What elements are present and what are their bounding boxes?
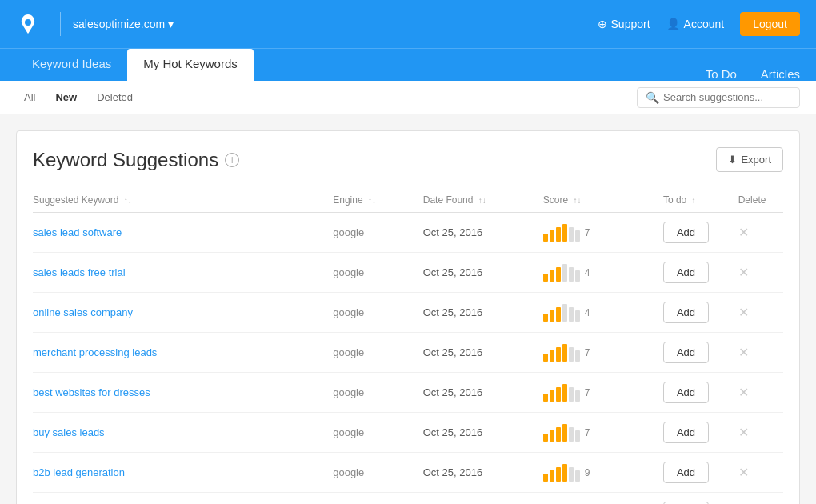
info-icon[interactable]: i: [225, 153, 239, 167]
score-bars: [543, 264, 580, 282]
col-header-delete: Delete: [738, 188, 783, 213]
keywords-table: Suggested Keyword ↑↓ Engine ↑↓ Date Foun…: [33, 188, 783, 504]
site-selector[interactable]: salesoptimize.com ▾: [73, 18, 174, 30]
keyword-cell: b2b lead generation: [33, 453, 333, 493]
add-button[interactable]: Add: [663, 302, 709, 323]
sub-nav: All New Deleted 🔍: [0, 81, 816, 114]
table-row: buy sales leads google Oct 25, 2016 7 Ad…: [33, 413, 783, 453]
delete-cell: ✕: [738, 253, 783, 293]
score-bar: [550, 230, 554, 242]
score-bar: [543, 314, 548, 322]
score-number: 7: [585, 427, 590, 438]
score-bar: [569, 267, 574, 282]
sort-icon-date[interactable]: ↑↓: [478, 196, 486, 205]
date-cell: Oct 25, 2016: [423, 493, 543, 505]
keyword-link[interactable]: sales lead software: [33, 226, 122, 238]
account-label: Account: [684, 18, 725, 30]
add-button[interactable]: Add: [663, 262, 709, 283]
nav-articles[interactable]: Articles: [761, 67, 800, 81]
score-cell: 9: [543, 453, 663, 493]
delete-icon[interactable]: ✕: [738, 226, 749, 239]
score-bar: [569, 387, 574, 402]
score-bars: [543, 424, 580, 442]
keyword-link[interactable]: sales leads free trial: [33, 266, 126, 278]
score-bar: [543, 394, 548, 402]
site-name: salesoptimize.com: [73, 18, 165, 30]
support-link[interactable]: ⊕ Support: [598, 18, 650, 30]
score-bar: [575, 470, 580, 482]
keyword-link[interactable]: online sales company: [33, 306, 133, 318]
score-bars: [543, 384, 580, 402]
logo[interactable]: [16, 12, 40, 36]
sub-nav-all[interactable]: All: [16, 83, 43, 111]
add-button[interactable]: Add: [663, 422, 709, 443]
engine-value: google: [333, 266, 364, 278]
account-link[interactable]: 👤 Account: [666, 18, 725, 30]
date-cell: Oct 25, 2016: [423, 253, 543, 293]
search-box[interactable]: 🔍: [637, 87, 800, 108]
score-bar: [569, 467, 574, 482]
table-row: sell leads online google Oct 25, 2016 5 …: [33, 493, 783, 505]
download-icon: ⬇: [728, 154, 737, 166]
delete-icon[interactable]: ✕: [738, 306, 749, 319]
engine-value: google: [333, 226, 364, 238]
tab-keyword-ideas[interactable]: Keyword Ideas: [16, 49, 127, 81]
score-bar: [556, 347, 561, 362]
search-icon: 🔍: [646, 91, 659, 104]
delete-icon[interactable]: ✕: [738, 426, 749, 439]
score-bar: [575, 310, 580, 322]
logout-button[interactable]: Logout: [740, 12, 800, 36]
delete-cell: ✕: [738, 213, 783, 253]
delete-cell: ✕: [738, 373, 783, 413]
header: salesoptimize.com ▾ ⊕ Support 👤 Account …: [0, 0, 816, 48]
delete-icon[interactable]: ✕: [738, 266, 749, 279]
keyword-link[interactable]: b2b lead generation: [33, 466, 125, 478]
keyword-link[interactable]: merchant processing leads: [33, 346, 157, 358]
engine-cell: google: [333, 453, 423, 493]
score-bar: [569, 427, 574, 442]
keyword-link[interactable]: best websites for dresses: [33, 386, 150, 398]
score-bar: [543, 234, 548, 242]
delete-icon[interactable]: ✕: [738, 346, 749, 359]
sort-icon-score[interactable]: ↑↓: [574, 196, 582, 205]
score-bar: [550, 270, 554, 282]
delete-icon[interactable]: ✕: [738, 386, 749, 399]
score-bar: [562, 424, 567, 442]
score-bars: [543, 224, 580, 242]
date-value: Oct 25, 2016: [423, 466, 482, 478]
score-bar: [543, 274, 548, 282]
delete-icon[interactable]: ✕: [738, 466, 749, 479]
support-label: Support: [611, 18, 650, 30]
date-value: Oct 25, 2016: [423, 226, 482, 238]
col-header-keyword: Suggested Keyword ↑↓: [33, 188, 333, 213]
sub-nav-new[interactable]: New: [47, 83, 85, 111]
header-divider: [60, 12, 61, 36]
add-button[interactable]: Add: [663, 222, 709, 243]
score-bar: [556, 227, 561, 242]
date-value: Oct 25, 2016: [423, 426, 482, 438]
nav-to-do[interactable]: To Do: [706, 67, 737, 81]
add-button[interactable]: Add: [663, 382, 709, 403]
score-bar: [575, 270, 580, 282]
score-cell: 4: [543, 293, 663, 333]
add-button[interactable]: Add: [663, 342, 709, 363]
todo-cell: Add: [663, 493, 738, 505]
score-bar: [556, 467, 561, 482]
score-bar: [556, 267, 561, 282]
keyword-link[interactable]: buy sales leads: [33, 426, 105, 438]
score-bar: [556, 427, 561, 442]
keyword-cell: best websites for dresses: [33, 373, 333, 413]
col-header-todo: To do ↑: [663, 188, 738, 213]
search-input[interactable]: [663, 91, 791, 103]
keyword-cell: sales lead software: [33, 213, 333, 253]
sort-icon-engine[interactable]: ↑↓: [368, 196, 376, 205]
sub-nav-deleted[interactable]: Deleted: [89, 83, 141, 111]
engine-cell: google: [333, 213, 423, 253]
tab-my-hot-keywords[interactable]: My Hot Keywords: [127, 49, 254, 81]
sort-icon-todo[interactable]: ↑: [692, 196, 696, 205]
export-button[interactable]: ⬇ Export: [716, 147, 783, 172]
engine-cell: google: [333, 373, 423, 413]
add-button[interactable]: Add: [663, 462, 709, 483]
sort-icon-keyword[interactable]: ↑↓: [124, 196, 132, 205]
score-bar: [575, 230, 580, 242]
